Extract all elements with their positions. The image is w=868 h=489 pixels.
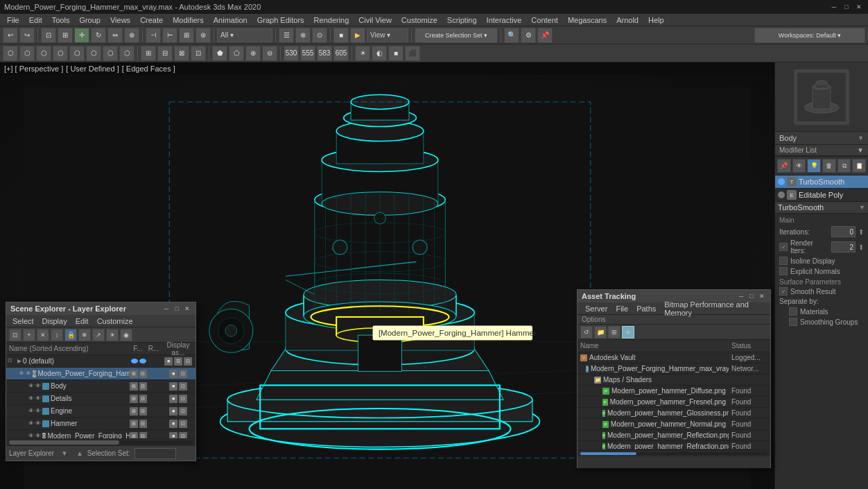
mod-tb-light[interactable]: 💡 xyxy=(807,159,821,173)
at-tb-reload[interactable]: ↺ xyxy=(580,326,593,338)
menu-item-animation[interactable]: Animation xyxy=(209,15,252,25)
se-tb-delete[interactable]: ✕ xyxy=(37,329,49,341)
render-button[interactable]: ▶ xyxy=(350,28,365,43)
se-row-2[interactable]: 👁 👁 Body ⊞ ⊟ ■ ⊡ xyxy=(6,380,196,393)
menu-item-content[interactable]: Content xyxy=(527,15,562,25)
link-button[interactable]: ⊗ xyxy=(295,28,311,43)
menu-item-views[interactable]: Views xyxy=(106,15,134,25)
se-footer-arrow1[interactable]: ▲ xyxy=(76,449,83,457)
isoline-checkbox[interactable] xyxy=(779,257,788,265)
tb2-btn1[interactable]: ⬡ xyxy=(3,46,18,61)
se-menu-customize[interactable]: Customize xyxy=(94,316,137,326)
smooth-result-checkbox[interactable] xyxy=(779,287,788,295)
explicit-normals-checkbox[interactable] xyxy=(779,267,788,275)
se-tb-filter[interactable]: ⊡ xyxy=(9,329,21,341)
menu-item-group[interactable]: Group xyxy=(75,15,105,25)
at-tb-list[interactable]: ≡ xyxy=(622,326,634,338)
tb2-btn9[interactable]: ⊞ xyxy=(141,46,156,61)
row1-d1[interactable]: ■ xyxy=(169,370,177,378)
se-menu-select[interactable]: Select xyxy=(9,316,37,326)
menu-item-megascans[interactable]: Megascans xyxy=(564,15,611,25)
at-content[interactable]: V Autodesk Vault Logged... 3 Modern_Powe… xyxy=(578,352,770,449)
mod-tb-delete[interactable]: 🗑 xyxy=(822,159,836,173)
at-row-7[interactable]: P Modern_power_hammer_Reflection.png Fou… xyxy=(578,430,770,441)
row0-disp3[interactable]: ⊡ xyxy=(184,357,192,366)
se-tb-render[interactable]: ☀ xyxy=(106,329,119,341)
tb2-btn11[interactable]: ⊠ xyxy=(174,46,189,61)
menu-item-help[interactable]: Help xyxy=(644,15,668,25)
search-button[interactable]: 🔍 xyxy=(504,28,519,43)
se-titlebar[interactable]: Scene Explorer - Layer Explorer ─ □ ✕ xyxy=(6,302,196,315)
editpoly-eye-icon[interactable] xyxy=(778,191,785,198)
snapshot-button[interactable]: ⊛ xyxy=(196,28,211,43)
row6-d2[interactable]: ⊡ xyxy=(179,432,187,439)
at-row-2[interactable]: 📁 Maps / Shaders xyxy=(578,375,770,386)
se-content[interactable]: ⊡ ▶ 0 (default) ■ ☰ ⊡ 👁 👁 G Modern_ xyxy=(6,355,196,438)
close-button[interactable]: ✕ xyxy=(854,2,864,12)
se-row-0[interactable]: ⊡ ▶ 0 (default) ■ ☰ ⊡ xyxy=(6,355,196,368)
row4-f2[interactable]: ⊟ xyxy=(139,407,148,415)
row5-d1[interactable]: ■ xyxy=(169,420,177,428)
tb2-btn7[interactable]: ⬡ xyxy=(103,46,118,61)
tb2-btn12[interactable]: ⊡ xyxy=(191,46,206,61)
minimize-button[interactable]: ─ xyxy=(829,2,839,12)
se-tb-sort[interactable]: ↕ xyxy=(51,329,63,341)
se-tb-add[interactable]: + xyxy=(23,329,35,341)
modifier-turbsmooth[interactable]: T TurboSmooth xyxy=(775,175,868,189)
se-scrollbar[interactable] xyxy=(6,438,196,445)
menu-item-rendering[interactable]: Rendering xyxy=(310,15,354,25)
unlink-button[interactable]: ⊙ xyxy=(312,28,327,43)
menu-item-tools[interactable]: Tools xyxy=(48,15,74,25)
se-menu-edit[interactable]: Edit xyxy=(72,316,92,326)
create-sel-set[interactable]: Create Selection Set ▾ xyxy=(415,28,498,43)
row6-f1[interactable]: ⊞ xyxy=(130,432,138,439)
row2-f2[interactable]: ⊟ xyxy=(139,382,148,391)
row5-d2[interactable]: ⊡ xyxy=(179,420,187,428)
menu-item-modifiers[interactable]: Modifiers xyxy=(168,15,208,25)
move-button[interactable]: ✛ xyxy=(74,28,89,43)
viewport-dropdown[interactable]: View ▾ xyxy=(367,28,408,42)
place-button[interactable]: ⊕ xyxy=(124,28,139,43)
mod-tb-copy[interactable]: ⧉ xyxy=(837,159,851,173)
mod-tb-paste[interactable]: 📋 xyxy=(852,159,866,173)
row2-d2[interactable]: ⊡ xyxy=(179,382,187,391)
iterations-input[interactable] xyxy=(831,226,856,237)
at-menu-paths[interactable]: Paths xyxy=(633,304,659,314)
se-menu-display[interactable]: Display xyxy=(39,316,71,326)
row3-d1[interactable]: ■ xyxy=(169,395,177,403)
rotate-button[interactable]: ↻ xyxy=(91,28,106,43)
menu-item-arnold[interactable]: Arnold xyxy=(612,15,643,25)
tb2-btn4[interactable]: ⬡ xyxy=(53,46,68,61)
row2-f1[interactable]: ⊞ xyxy=(130,382,138,391)
render-iters-spinner[interactable]: ⬆ xyxy=(858,243,864,251)
tb2-num2[interactable]: 555 xyxy=(300,46,315,61)
se-row-4[interactable]: 👁 👁 Engine ⊞ ⊟ ■ ⊡ xyxy=(6,405,196,418)
tb2-num1[interactable]: 530 xyxy=(284,46,299,61)
render-setup-button[interactable]: ■ xyxy=(333,28,349,43)
viewport-label-userdefined[interactable]: [ User Defined ] xyxy=(66,65,119,73)
se-row-3[interactable]: 👁 👁 Details ⊞ ⊟ ■ ⊡ xyxy=(6,393,196,405)
row0-disp1[interactable]: ■ xyxy=(164,357,173,366)
named-sel-button[interactable]: ☰ xyxy=(279,28,294,43)
se-tb-move[interactable]: ↗ xyxy=(92,329,105,341)
pin-button[interactable]: 📌 xyxy=(537,28,553,43)
render-iters-checkbox[interactable] xyxy=(779,243,788,251)
modifier-editablepoly[interactable]: E Editable Poly xyxy=(775,189,868,202)
maximize-button[interactable]: □ xyxy=(842,2,851,12)
menu-item-graph editors[interactable]: Graph Editors xyxy=(253,15,309,25)
menu-item-create[interactable]: Create xyxy=(136,15,167,25)
mod-tb-visible[interactable]: 👁 xyxy=(792,159,806,173)
redo-button[interactable]: ↪ xyxy=(19,28,35,43)
menu-item-interactive[interactable]: Interactive xyxy=(483,15,526,25)
menu-item-customize[interactable]: Customize xyxy=(397,15,442,25)
at-menu-file[interactable]: File xyxy=(612,304,632,314)
workspace-info[interactable]: Workspaces: Default ▾ xyxy=(754,28,865,43)
row2-d1[interactable]: ■ xyxy=(169,382,177,391)
at-menu-server[interactable]: Server xyxy=(582,304,611,314)
scale-button[interactable]: ⇔ xyxy=(107,28,123,43)
menu-item-file[interactable]: File xyxy=(3,15,24,25)
tb2-btn3[interactable]: ⬡ xyxy=(36,46,51,61)
se-tb-freeze[interactable]: ❄ xyxy=(78,329,91,341)
row0-eye2[interactable] xyxy=(139,359,146,363)
at-row-6[interactable]: P Modern_power_hammer_Normal.png Found xyxy=(578,419,770,430)
